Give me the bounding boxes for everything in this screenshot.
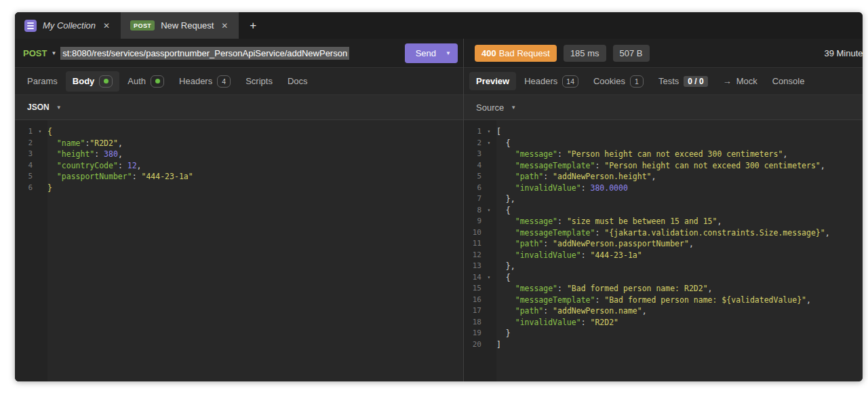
- line-number: 4: [15, 160, 33, 172]
- method-selector[interactable]: POST: [23, 48, 47, 58]
- code-line: 10 "messageTemplate": "{jakarta.validati…: [464, 227, 863, 239]
- chevron-down-icon[interactable]: ▼: [511, 105, 516, 111]
- view-mode-toolbar: Source ▼: [464, 95, 863, 120]
- tab-body[interactable]: Body: [66, 71, 120, 92]
- url-input[interactable]: st:8080/rest/services/passportnumber_Per…: [60, 47, 349, 60]
- tab-headers[interactable]: Headers4: [172, 71, 237, 92]
- request-body-editor[interactable]: 1▾{2 "name":"R2D2",3 "height": 380,4 "co…: [15, 120, 463, 381]
- chevron-down-icon[interactable]: ▼: [51, 50, 56, 56]
- tab-label: Docs: [288, 76, 308, 86]
- code-text: "message": "Bad formed person name: R2D2…: [496, 283, 713, 295]
- code-line: 5 "passportNumber": "444-23-1a": [15, 171, 463, 183]
- code-text: "messageTemplate": "{jakarta.validation.…: [496, 227, 830, 239]
- code-line: 20]: [464, 339, 863, 351]
- tab-console[interactable]: Console: [766, 72, 812, 90]
- send-options-icon[interactable]: ▼: [446, 50, 451, 56]
- line-number: 15: [464, 283, 481, 295]
- tab-my-collection[interactable]: My Collection ✕: [15, 12, 121, 39]
- body-type-selector[interactable]: JSON: [27, 102, 50, 112]
- tab-docs[interactable]: Docs: [281, 72, 315, 90]
- tab-mock[interactable]: →Mock: [716, 72, 764, 90]
- tab-new-request[interactable]: POST New Request ✕: [121, 12, 239, 39]
- send-button[interactable]: Send ▼: [405, 43, 458, 63]
- fold-arrow-icon[interactable]: ▾: [33, 126, 47, 138]
- code-text: "invalidValue": 380.0000: [496, 183, 628, 194]
- code-line: 4 "countryCode": 12,: [15, 160, 463, 172]
- code-line: 9 "message": "size must be between 15 an…: [464, 216, 863, 227]
- view-mode-selector[interactable]: Source: [476, 102, 504, 113]
- tab-label: Params: [27, 76, 58, 86]
- code-line: 1▾[: [464, 126, 863, 138]
- line-number: 2: [15, 138, 33, 149]
- code-text: "path": "addNewPerson.name",: [496, 305, 647, 317]
- fold-gutter: [481, 305, 496, 317]
- fold-gutter: [33, 160, 47, 172]
- tab-params[interactable]: Params: [20, 72, 64, 90]
- request-url-bar: POST ▼ st:8080/rest/services/passportnum…: [15, 39, 463, 68]
- body-type-toolbar: JSON ▼: [15, 95, 463, 120]
- tab-label: Mock: [736, 76, 757, 86]
- code-line: 16 "messageTemplate": "Bad formed person…: [464, 295, 863, 306]
- line-number: 18: [464, 317, 481, 328]
- code-text: "countryCode": 12,: [47, 160, 142, 172]
- tab-tests[interactable]: Tests0 / 0: [652, 72, 715, 91]
- response-body-viewer[interactable]: 1▾[2▾ {3 "message": "Person height can n…: [464, 120, 863, 381]
- line-number: 3: [15, 149, 33, 160]
- request-pane: POST ▼ st:8080/rest/services/passportnum…: [15, 39, 463, 381]
- fold-arrow-icon[interactable]: ▾: [481, 138, 496, 149]
- code-text: "name":"R2D2",: [47, 138, 123, 149]
- line-number: 10: [464, 227, 481, 239]
- tab-scripts[interactable]: Scripts: [239, 72, 279, 90]
- line-number: 2: [464, 138, 481, 149]
- tab-label: Cookies: [593, 76, 625, 86]
- code-line: 11 "path": "addNewPerson.passportNumber"…: [464, 238, 863, 250]
- response-size: 507 B: [613, 45, 650, 62]
- close-icon[interactable]: ✕: [102, 20, 111, 32]
- line-number: 5: [464, 171, 481, 183]
- status-dot-badge: [151, 75, 164, 88]
- request-subtabs: ParamsBodyAuthHeaders4ScriptsDocs: [15, 68, 463, 95]
- fold-gutter: [481, 183, 496, 194]
- tab-preview[interactable]: Preview: [469, 72, 516, 90]
- code-text: [: [496, 126, 501, 138]
- code-line: 2 "name":"R2D2",: [15, 138, 463, 149]
- code-text: },: [496, 261, 515, 272]
- fold-gutter: [481, 283, 496, 295]
- code-line: 18 "invalidValue": "R2D2": [464, 317, 863, 328]
- code-line: 1▾{: [15, 126, 463, 138]
- line-number: 13: [464, 261, 481, 272]
- tab-bar: My Collection ✕ POST New Request ✕ +: [15, 12, 863, 39]
- api-client-window: My Collection ✕ POST New Request ✕ + POS…: [15, 12, 863, 381]
- tab-headers[interactable]: Headers14: [517, 71, 585, 92]
- code-text: "message": "Person height can not exceed…: [496, 149, 787, 160]
- close-icon[interactable]: ✕: [220, 20, 229, 32]
- fold-arrow-icon[interactable]: ▾: [481, 272, 496, 284]
- code-line: 17 "path": "addNewPerson.name",: [464, 305, 863, 317]
- fold-gutter: [481, 261, 496, 272]
- count-badge: 1: [630, 75, 644, 88]
- code-text: },: [496, 193, 515, 205]
- line-number: 16: [464, 295, 481, 306]
- line-number: 6: [15, 183, 33, 194]
- code-text: }: [47, 183, 52, 194]
- fold-gutter: [33, 171, 47, 183]
- status-text: Bad Request: [499, 48, 550, 58]
- code-line: 4 "messageTemplate": "Person height can …: [464, 160, 863, 172]
- tab-cookies[interactable]: Cookies1: [587, 71, 650, 92]
- tab-auth[interactable]: Auth: [121, 71, 171, 92]
- status-code: 400: [481, 48, 496, 58]
- count-badge: 4: [217, 75, 231, 88]
- code-line: 2▾ {: [464, 138, 863, 149]
- status-badge: 400Bad Request: [475, 45, 557, 62]
- code-line: 13 },: [464, 261, 863, 272]
- chevron-down-icon[interactable]: ▼: [56, 105, 62, 111]
- new-tab-button[interactable]: +: [239, 12, 267, 39]
- line-number: 9: [464, 216, 481, 227]
- tab-label: Headers: [524, 76, 557, 86]
- fold-arrow-icon[interactable]: ▾: [481, 126, 496, 138]
- line-number: 17: [464, 305, 481, 317]
- tab-title: My Collection: [43, 20, 96, 31]
- fold-arrow-icon[interactable]: ▾: [481, 205, 496, 217]
- collection-icon: [24, 20, 37, 32]
- code-line: 12 "invalidValue": "444-23-1a": [464, 250, 863, 261]
